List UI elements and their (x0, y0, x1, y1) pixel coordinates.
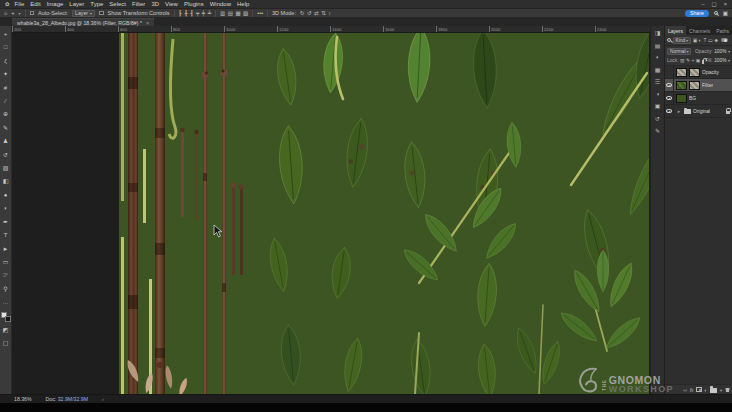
path-selection-tool[interactable]: ► (0, 243, 12, 256)
layer-mask-thumbnail[interactable] (689, 81, 700, 90)
delete-layer-icon[interactable] (725, 387, 730, 392)
quick-mask-icon[interactable]: ◩ (0, 324, 12, 337)
opacity-value[interactable]: 100% (714, 49, 726, 54)
align-right-icon[interactable]: ┨ (190, 10, 193, 16)
background-color-swatch[interactable] (5, 316, 11, 322)
tool-preset-caret[interactable]: ▾ (19, 11, 21, 16)
chevron-down-icon[interactable]: ▾ (728, 58, 730, 63)
lock-all-icon[interactable] (702, 60, 704, 64)
home-icon[interactable]: ⌂ (4, 10, 7, 16)
roll-3d-icon[interactable]: ↺ (307, 10, 312, 16)
layer-row-original-group[interactable]: ▸ Original (665, 105, 732, 118)
dodge-tool[interactable]: ◗ (0, 202, 12, 215)
group-expand-caret[interactable]: ▸ (676, 109, 682, 114)
layer-name[interactable]: Original (693, 108, 710, 114)
blur-tool[interactable]: ● (0, 189, 12, 202)
layer-thumbnail[interactable] (676, 94, 687, 103)
fill-value[interactable]: 100% (714, 58, 726, 63)
kind-dropdown[interactable]: Kind ▾ (673, 37, 692, 44)
new-layer-icon[interactable]: + (720, 387, 723, 393)
hand-tool[interactable]: ☞ (0, 269, 12, 282)
status-flyout-chevron[interactable]: › (102, 396, 104, 402)
close-button[interactable]: × (724, 1, 727, 7)
menu-item[interactable]: Filter (132, 1, 145, 7)
menu-item[interactable]: Plugins (184, 1, 204, 7)
auto-select-checkbox[interactable] (30, 11, 35, 16)
marquee-tool[interactable]: □ (0, 41, 12, 54)
shape-tool[interactable]: ▭ (0, 256, 12, 269)
align-left-icon[interactable]: ┠ (179, 10, 182, 16)
crop-tool[interactable]: # (0, 82, 12, 95)
workspace-switcher-icon[interactable]: ▣ (723, 10, 728, 16)
layer-thumbnail[interactable] (676, 68, 687, 77)
patterns-panel-icon[interactable]: ▦ (655, 66, 661, 73)
healing-brush-tool[interactable]: ⊕ (0, 108, 12, 121)
layer-row-filter[interactable]: Filter (665, 79, 732, 92)
gradients-panel-icon[interactable]: ◐ (656, 54, 660, 60)
visibility-toggle[interactable] (665, 105, 674, 117)
visibility-toggle[interactable] (665, 66, 674, 78)
swatches-panel-icon[interactable]: ▤ (655, 42, 661, 49)
layer-row-opacity[interactable]: Opacity (665, 66, 732, 79)
canvas-image[interactable] (119, 33, 649, 394)
type-tool[interactable]: T (0, 229, 12, 242)
document-tab[interactable]: whable3a_28_Albedo.jpg @ 18.36% (Filter,… (12, 18, 154, 26)
lock-transparency-icon[interactable]: ▨ (680, 58, 685, 63)
adjustment-layer-icon[interactable]: ◐ (705, 387, 708, 393)
minimize-button[interactable]: – (702, 1, 705, 7)
adjustments-panel-icon[interactable]: ◑ (656, 91, 660, 97)
lock-position-icon[interactable]: + (692, 58, 695, 63)
color-panel-icon[interactable]: ◨ (655, 29, 661, 36)
layer-name[interactable]: BG (689, 95, 696, 101)
slide-3d-icon[interactable]: ⇅ (321, 10, 326, 16)
screen-mode-icon[interactable]: ▢ (0, 337, 12, 350)
distribute-widths-icon[interactable]: ▦ (235, 10, 240, 16)
filter-toggle[interactable] (721, 38, 728, 42)
distribute-vertical-icon[interactable]: ▤ (228, 10, 233, 16)
tab-layers[interactable]: Layers (665, 26, 686, 35)
brushes-panel-icon[interactable]: ✎ (655, 127, 660, 134)
restore-button[interactable]: ▢ (712, 1, 717, 7)
history-panel-icon[interactable]: ↺ (655, 115, 660, 122)
menu-item[interactable]: Window (210, 1, 231, 7)
visibility-toggle[interactable] (665, 92, 674, 104)
filter-shape-layers-icon[interactable]: ▭ (708, 37, 713, 43)
lock-artboard-icon[interactable]: ▣ (696, 58, 701, 63)
orbit-3d-icon[interactable]: ↻ (300, 10, 305, 16)
add-mask-icon[interactable] (696, 387, 702, 392)
move-tool[interactable]: + (0, 28, 12, 41)
properties-panel-icon[interactable]: ☰ (655, 78, 660, 85)
menu-item[interactable]: File (15, 1, 25, 7)
layer-name[interactable]: Filter (702, 82, 713, 88)
pan-3d-icon[interactable]: ⇄ (314, 10, 319, 16)
brush-tool[interactable]: ✎ (0, 122, 12, 135)
filter-pixel-layers-icon[interactable]: ▣ (693, 37, 698, 43)
lasso-tool[interactable]: ζ (0, 55, 12, 68)
menu-item[interactable]: Layer (69, 1, 84, 7)
more-options-button[interactable]: ••• (257, 10, 263, 16)
search-icon[interactable] (714, 11, 718, 15)
align-middle-icon[interactable]: ┿ (202, 10, 205, 16)
pen-tool[interactable]: ✒ (0, 216, 12, 229)
layer-thumbnail[interactable] (676, 81, 687, 90)
menu-item[interactable]: Select (109, 1, 126, 7)
menu-item[interactable]: Edit (30, 1, 40, 7)
new-group-icon[interactable] (710, 388, 717, 393)
pasteboard[interactable] (12, 33, 119, 394)
blend-mode-select[interactable]: Normal ▾ (667, 48, 691, 55)
visibility-toggle[interactable] (665, 79, 674, 91)
history-brush-tool[interactable]: ↺ (0, 149, 12, 162)
chevron-down-icon[interactable]: ▾ (728, 49, 730, 54)
filter-adjustment-layers-icon[interactable]: ◐ (699, 37, 702, 43)
auto-select-target-dropdown[interactable]: Layer ▾ (72, 10, 95, 17)
layer-row-bg[interactable]: BG (665, 92, 732, 105)
menu-item[interactable]: Help (237, 1, 249, 7)
tab-channels[interactable]: Channels (686, 26, 713, 35)
filter-smart-objects-icon[interactable]: ◈ (714, 37, 718, 43)
align-bottom-icon[interactable]: ┷ (208, 10, 211, 16)
layer-style-icon[interactable]: fx (690, 387, 694, 393)
tab-paths[interactable]: Paths (713, 26, 732, 35)
zoom-level-field[interactable]: 18.36% (14, 396, 32, 402)
distribute-horizontal-icon[interactable]: ▥ (220, 10, 225, 16)
gradient-tool[interactable]: ◧ (0, 175, 12, 188)
